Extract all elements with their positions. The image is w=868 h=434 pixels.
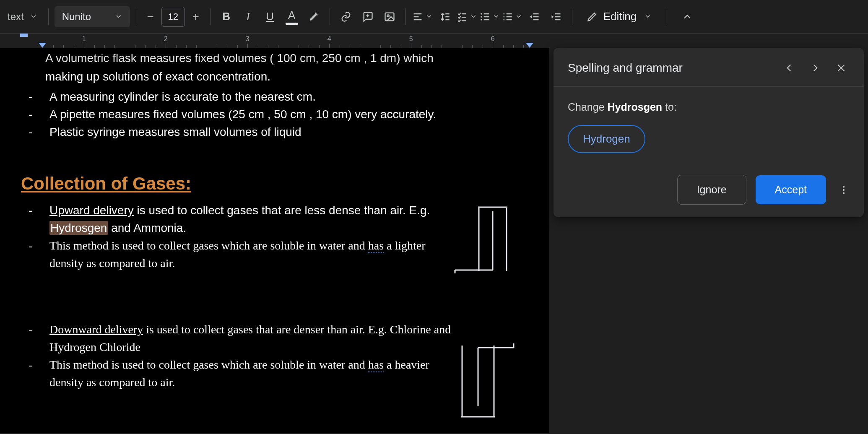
text-color-button[interactable]: A	[282, 7, 302, 27]
separator	[572, 8, 572, 25]
panel-header: Spelling and grammar	[554, 48, 864, 87]
align-dropdown[interactable]	[412, 7, 433, 27]
styles-label: text	[8, 11, 24, 23]
grammar-flag[interactable]: has	[368, 358, 384, 372]
bullet-list-downward: - Downward delivery is used to collect g…	[21, 321, 465, 391]
list-item: - This method is used to collect gases w…	[21, 356, 465, 391]
spelling-grammar-panel: Spelling and grammar Change Hydrosgen to…	[554, 48, 864, 217]
ruler-number: 1	[82, 35, 86, 43]
font-size-input[interactable]	[161, 7, 185, 27]
list-item: - This method is used to collect gases w…	[21, 237, 457, 272]
separator	[210, 8, 211, 25]
panel-actions: Ignore Accept	[554, 166, 864, 217]
continuation-line: making up solutions of exact concentrati…	[45, 68, 528, 86]
ruler[interactable]: 123456	[0, 34, 868, 48]
list-item: - Downward delivery is used to collect g…	[21, 321, 465, 356]
separator	[666, 8, 666, 25]
italic-button[interactable]: I	[238, 7, 258, 27]
list-item: - A pipette measures fixed volumes (25 c…	[21, 106, 528, 123]
svg-point-4	[481, 19, 482, 21]
ruler-number: 6	[491, 35, 495, 43]
first-line-indent-marker[interactable]	[20, 34, 28, 37]
close-panel-button[interactable]	[833, 60, 850, 76]
chevron-down-icon	[644, 10, 652, 23]
toolbar: text Nunito − + B I U A	[0, 0, 868, 34]
svg-point-3	[481, 16, 482, 18]
numbered-list-dropdown[interactable]	[502, 7, 522, 27]
misspelled-word[interactable]: Hydrosgen	[49, 221, 108, 235]
ruler-number: 3	[246, 35, 249, 43]
increase-indent-button[interactable]	[546, 7, 566, 27]
checklist-dropdown[interactable]	[456, 7, 477, 27]
panel-body: Change Hydrosgen to: Hydrogen	[554, 87, 864, 166]
section-heading: Collection of Gases:	[21, 170, 528, 197]
bold-button[interactable]: B	[216, 7, 236, 27]
right-indent-marker[interactable]	[526, 43, 533, 48]
chevron-down-icon	[115, 11, 122, 23]
svg-point-5	[843, 186, 845, 187]
svg-point-7	[843, 192, 845, 194]
left-indent-marker[interactable]	[39, 43, 46, 48]
separator	[405, 8, 406, 25]
collapse-toolbar-button[interactable]	[677, 7, 697, 27]
font-name-label: Nunito	[62, 11, 91, 23]
svg-point-2	[481, 13, 482, 15]
previous-suggestion-button[interactable]	[781, 60, 798, 76]
separator	[48, 8, 49, 25]
suggestion-chip[interactable]: Hydrogen	[568, 125, 645, 153]
separator	[136, 8, 136, 25]
more-options-button[interactable]	[835, 182, 852, 198]
insert-link-button[interactable]	[336, 7, 356, 27]
highlight-color-button[interactable]	[304, 7, 324, 27]
ignore-button[interactable]: Ignore	[677, 175, 746, 205]
decrease-font-size-button[interactable]: −	[142, 10, 159, 23]
list-item: - A measuring cylinder is accurate to th…	[21, 88, 528, 106]
chevron-down-icon	[492, 10, 500, 23]
grammar-flag[interactable]: has	[368, 239, 384, 253]
bullet-list-upward: - Upward delivery is used to collect gas…	[21, 202, 457, 272]
underline-button[interactable]: U	[260, 7, 280, 27]
partial-cut-line: A volumetric flask measures fixed volume…	[45, 48, 528, 67]
chevron-down-icon	[30, 11, 37, 23]
separator	[330, 8, 330, 25]
editing-mode-label: Editing	[603, 10, 637, 23]
bulleted-list-dropdown[interactable]	[479, 7, 500, 27]
chevron-down-icon	[425, 10, 433, 23]
document-page[interactable]: A volumetric flask measures fixed volume…	[0, 48, 549, 433]
list-item: - Plastic syringe measures small volumes…	[21, 123, 528, 141]
line-spacing-button[interactable]	[434, 7, 455, 27]
insert-image-button[interactable]	[379, 7, 400, 27]
chevron-down-icon	[515, 10, 522, 23]
svg-rect-0	[385, 13, 394, 21]
downward-delivery-term: Downward delivery	[49, 323, 143, 336]
ruler-number: 5	[409, 35, 413, 43]
change-instruction: Change Hydrosgen to:	[568, 101, 850, 113]
list-item: - Upward delivery is used to collect gas…	[21, 202, 457, 237]
panel-title: Spelling and grammar	[568, 61, 683, 75]
editing-mode-dropdown[interactable]: Editing	[578, 7, 660, 27]
upward-delivery-term: Upward delivery	[49, 204, 134, 217]
svg-point-6	[843, 189, 845, 190]
ruler-number: 2	[164, 35, 168, 43]
bullet-list-top: - A measuring cylinder is accurate to th…	[21, 88, 528, 141]
downward-delivery-diagram	[449, 333, 516, 421]
add-comment-button[interactable]	[358, 7, 378, 27]
chevron-down-icon	[470, 10, 477, 23]
svg-point-1	[387, 15, 389, 17]
ruler-number: 4	[327, 35, 331, 43]
font-family-dropdown[interactable]: Nunito	[55, 6, 130, 27]
styles-dropdown[interactable]: text	[3, 7, 42, 27]
upward-delivery-diagram	[453, 203, 516, 283]
increase-font-size-button[interactable]: +	[187, 10, 204, 23]
decrease-indent-button[interactable]	[524, 7, 544, 27]
accept-button[interactable]: Accept	[756, 175, 826, 204]
font-size-group: − +	[142, 7, 204, 27]
next-suggestion-button[interactable]	[807, 60, 824, 76]
